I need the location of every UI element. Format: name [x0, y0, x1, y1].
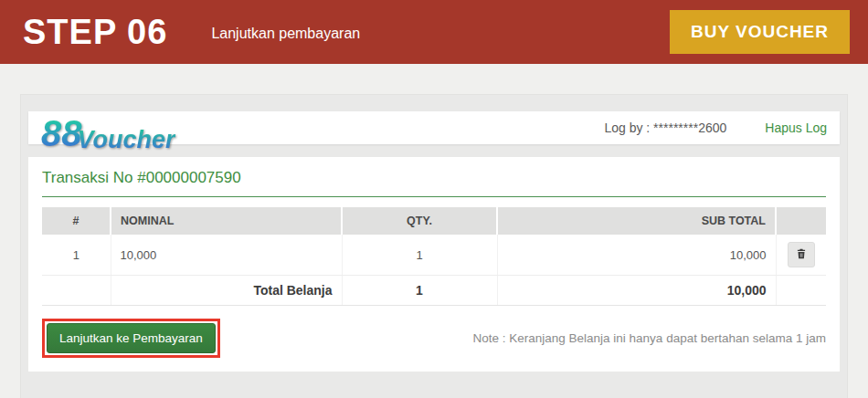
- step-banner: STEP 06 Lanjutkan pembayaran BUY VOUCHER: [0, 0, 868, 64]
- transaction-title: Transaksi No #00000007590: [42, 169, 826, 187]
- table-row: 1 10,000 1 10,000: [42, 235, 826, 276]
- panel-footer: Lanjutkan ke Pembayaran Note : Keranjang…: [42, 319, 826, 358]
- cell-nominal: 10,000: [111, 235, 342, 276]
- cart-table: # NOMINAL QTY. SUB TOTAL 1 10,000 1 10,0…: [42, 207, 826, 306]
- header-number: #: [42, 207, 111, 235]
- main-card: 88 Voucher Log by : *********2600 Hapus …: [20, 94, 848, 398]
- total-label: Total Belanja: [111, 276, 342, 306]
- header-subtotal: SUB TOTAL: [497, 207, 776, 235]
- logo-88-text: 88: [41, 117, 82, 150]
- cell-subtotal: 10,000: [497, 235, 776, 276]
- cell-qty: 1: [342, 235, 497, 276]
- transaction-panel: Transaksi No #00000007590 # NOMINAL QTY.…: [28, 157, 840, 372]
- logbar-right: Log by : *********2600 Hapus Log: [604, 120, 827, 135]
- buy-voucher-button[interactable]: BUY VOUCHER: [670, 10, 850, 54]
- step-title: STEP 06: [23, 13, 167, 52]
- total-actions-empty: [776, 276, 826, 306]
- log-by-text: Log by : *********2600: [604, 120, 726, 135]
- logo-bar: 88 Voucher Log by : *********2600 Hapus …: [28, 111, 840, 144]
- cell-actions: [776, 235, 826, 276]
- header-actions: [776, 207, 826, 235]
- step-subtitle: Lanjutkan pembayaran: [211, 26, 360, 42]
- header-qty: QTY.: [342, 207, 497, 235]
- note-text: Note : Keranjang Belanja ini hanya dapat…: [472, 331, 826, 345]
- header-nominal: NOMINAL: [111, 207, 342, 235]
- trash-icon: [795, 247, 808, 263]
- delete-item-button[interactable]: [788, 242, 815, 267]
- table-header-row: # NOMINAL QTY. SUB TOTAL: [42, 207, 826, 235]
- logo-voucher-text: Voucher: [78, 128, 175, 152]
- cell-number: 1: [42, 235, 111, 276]
- total-qty: 1: [342, 276, 497, 306]
- highlight-box: Lanjutkan ke Pembayaran: [42, 319, 220, 358]
- total-row: Total Belanja 1 10,000: [42, 276, 826, 306]
- continue-payment-button[interactable]: Lanjutkan ke Pembayaran: [47, 323, 216, 353]
- 88voucher-logo[interactable]: 88 Voucher: [41, 117, 175, 152]
- total-empty-cell: [42, 276, 111, 306]
- green-divider: [42, 196, 826, 197]
- hapus-log-link[interactable]: Hapus Log: [765, 120, 827, 135]
- total-subtotal: 10,000: [497, 276, 776, 306]
